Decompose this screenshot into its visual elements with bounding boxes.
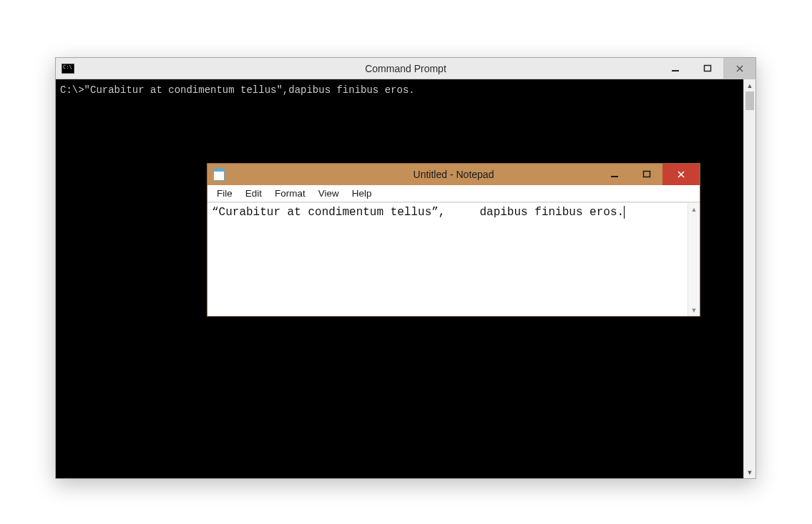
- notepad-window: Untitled - Notepad File Edit Format View…: [207, 163, 700, 317]
- notepad-body: “Curabitur at condimentum tellus”, dapib…: [207, 202, 700, 316]
- scroll-down-icon[interactable]: ▼: [688, 304, 700, 316]
- minimize-button[interactable]: [659, 58, 691, 79]
- notepad-window-controls: [598, 164, 700, 185]
- svg-rect-1: [704, 65, 710, 71]
- scroll-thumb[interactable]: [745, 92, 754, 110]
- notepad-scrollbar[interactable]: ▲ ▼: [688, 203, 700, 316]
- svg-line-3: [737, 66, 743, 71]
- scroll-track[interactable]: [744, 92, 755, 466]
- menu-view[interactable]: View: [312, 187, 346, 200]
- text-caret: [624, 206, 625, 219]
- svg-rect-5: [643, 172, 650, 177]
- desktop: Command Prompt C:\>"Curabitur at condime…: [0, 0, 812, 524]
- menu-format[interactable]: Format: [268, 187, 312, 200]
- svg-line-6: [678, 172, 684, 177]
- svg-line-2: [737, 66, 743, 71]
- scroll-down-icon[interactable]: ▼: [744, 466, 755, 478]
- command-prompt-scrollbar[interactable]: ▲ ▼: [743, 79, 755, 478]
- scroll-up-icon[interactable]: ▲: [688, 203, 700, 215]
- notepad-menubar: File Edit Format View Help: [207, 185, 700, 202]
- notepad-textarea[interactable]: “Curabitur at condimentum tellus”, dapib…: [207, 203, 688, 316]
- menu-edit[interactable]: Edit: [239, 187, 268, 200]
- svg-line-7: [678, 172, 684, 177]
- command-prompt-titlebar[interactable]: Command Prompt: [56, 58, 755, 79]
- notepad-titlebar[interactable]: Untitled - Notepad: [207, 164, 700, 185]
- command-prompt-title: Command Prompt: [56, 63, 755, 74]
- notepad-content: “Curabitur at condimentum tellus”, dapib…: [212, 206, 624, 219]
- scroll-up-icon[interactable]: ▲: [744, 79, 755, 92]
- close-button[interactable]: [662, 164, 700, 185]
- maximize-button[interactable]: [691, 58, 723, 79]
- command-prompt-icon: [62, 64, 74, 74]
- menu-help[interactable]: Help: [346, 187, 378, 200]
- notepad-icon: [213, 168, 225, 181]
- close-button[interactable]: [723, 58, 755, 79]
- command-prompt-window-controls: [659, 58, 755, 79]
- minimize-button[interactable]: [598, 164, 630, 185]
- menu-file[interactable]: File: [210, 187, 239, 200]
- maximize-button[interactable]: [630, 164, 662, 185]
